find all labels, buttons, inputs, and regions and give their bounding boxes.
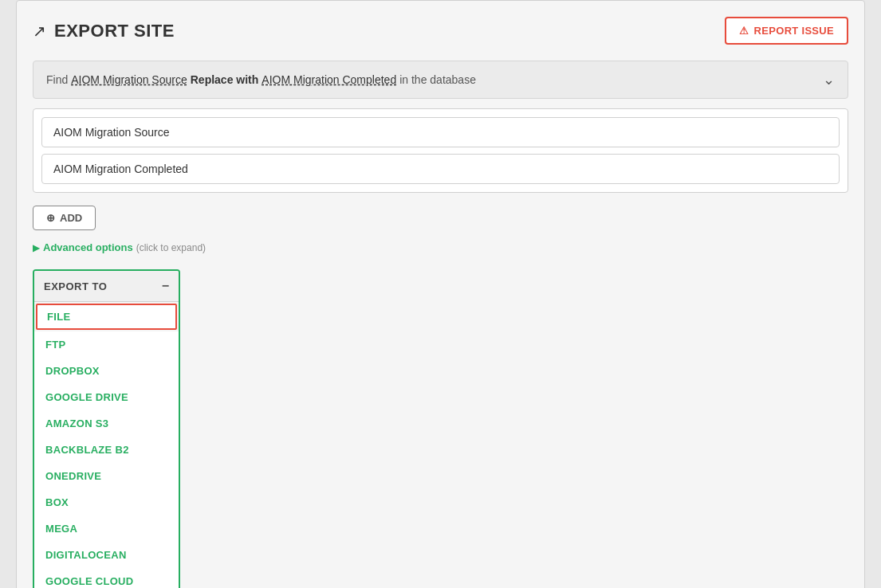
add-label: ADD (60, 212, 82, 224)
export-option-backblaze-b2[interactable]: BACKBLAZE B2 (34, 437, 179, 463)
arrow-right-icon: ▶ (33, 242, 40, 253)
export-to-header: EXPORT TO − (34, 271, 179, 302)
export-options-list: FILEFTPDROPBOXGOOGLE DRIVEAMAZON S3BACKB… (34, 304, 179, 588)
find-input[interactable] (41, 117, 840, 147)
export-option-box[interactable]: BOX (34, 489, 179, 515)
export-option-dropbox[interactable]: DROPBOX (34, 358, 179, 384)
report-issue-button[interactable]: ⚠ REPORT ISSUE (725, 17, 848, 45)
plus-icon: ⊕ (46, 212, 55, 224)
inputs-container (33, 108, 848, 193)
export-to-label: EXPORT TO (44, 280, 107, 292)
page-title: EXPORT SITE (54, 21, 175, 41)
suffix-label: in the database (399, 73, 476, 86)
replace-value: AIOM Migration Completed (262, 73, 396, 86)
export-site-icon: ↗ (33, 22, 46, 41)
advanced-options-row: ▶ Advanced options (click to expand) (33, 241, 848, 253)
add-button[interactable]: ⊕ ADD (33, 206, 96, 230)
find-value: AIOM Migration Source (71, 73, 187, 86)
export-option-file[interactable]: FILE (36, 304, 177, 330)
warning-icon: ⚠ (739, 25, 749, 37)
export-option-amazon-s3[interactable]: AMAZON S3 (34, 410, 179, 437)
export-option-digitalocean[interactable]: DIGITALOCEAN (34, 542, 179, 568)
report-issue-label: REPORT ISSUE (754, 25, 834, 37)
export-option-google-cloud[interactable]: GOOGLE CLOUD (34, 568, 179, 588)
chevron-down-icon[interactable]: ⌄ (823, 71, 835, 88)
export-option-mega[interactable]: MEGA (34, 515, 179, 542)
title-wrap: ↗ EXPORT SITE (33, 21, 175, 41)
export-option-onedrive[interactable]: ONEDRIVE (34, 463, 179, 489)
export-option-ftp[interactable]: FTP (34, 331, 179, 358)
main-container: ↗ EXPORT SITE ⚠ REPORT ISSUE Find AIOM M… (16, 0, 865, 588)
find-label: Find (46, 73, 68, 86)
advanced-options-hint: (click to expand) (136, 242, 206, 253)
export-option-google-drive[interactable]: GOOGLE DRIVE (34, 384, 179, 410)
export-to-panel: EXPORT TO − FILEFTPDROPBOXGOOGLE DRIVEAM… (33, 269, 180, 588)
advanced-options-toggle[interactable]: Advanced options (43, 241, 133, 253)
replace-input[interactable] (41, 154, 840, 184)
find-replace-text: Find AIOM Migration Source Replace with … (46, 73, 476, 86)
find-replace-banner: Find AIOM Migration Source Replace with … (33, 61, 848, 99)
collapse-icon[interactable]: − (162, 279, 169, 293)
replace-label: Replace with (191, 73, 259, 86)
page-header: ↗ EXPORT SITE ⚠ REPORT ISSUE (33, 17, 848, 45)
